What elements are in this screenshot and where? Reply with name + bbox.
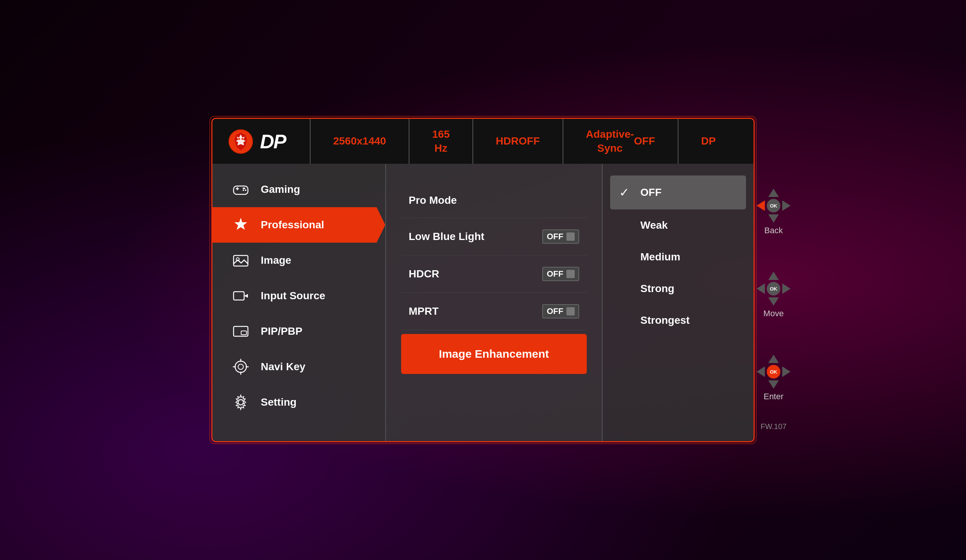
- low-blue-light-label: Low Blue Light: [409, 231, 485, 243]
- dpad-center-back[interactable]: OK: [767, 199, 780, 212]
- dpad-down-move[interactable]: [768, 297, 779, 305]
- hdcr-item[interactable]: HDCR OFF: [401, 256, 587, 293]
- image-enhancement-button[interactable]: Image Enhancement: [401, 334, 587, 374]
- enter-control-group: OK Enter: [757, 355, 790, 402]
- header-bar: DP 2560x1440 165 Hz HDR OFF Adaptive-Syn…: [212, 119, 754, 164]
- image-icon: [231, 251, 250, 270]
- dpad-left-move[interactable]: [757, 283, 765, 294]
- option-off[interactable]: ✓ OFF: [610, 176, 746, 209]
- msi-dragon-icon: [228, 128, 254, 155]
- option-medium-label: Medium: [640, 251, 680, 263]
- msi-logo-text: DP: [260, 130, 286, 153]
- pro-mode-label: Pro Mode: [409, 194, 457, 207]
- option-off-label: OFF: [640, 186, 662, 199]
- input-source-icon: [231, 286, 250, 305]
- option-weak-label: Weak: [640, 219, 668, 231]
- image-enhancement-label: Image Enhancement: [439, 348, 549, 360]
- move-dpad: OK: [757, 272, 790, 305]
- svg-point-1: [238, 138, 240, 140]
- dpad-right-move[interactable]: [782, 283, 790, 294]
- sidebar-item-navi-key[interactable]: Navi Key: [212, 349, 385, 384]
- enter-dpad: OK: [757, 355, 790, 389]
- dpad-down-back[interactable]: [768, 214, 779, 223]
- navi-key-label: Navi Key: [261, 361, 305, 373]
- header-info: 2560x1440 165 Hz HDR OFF Adaptive-Sync O…: [310, 119, 738, 164]
- svg-point-8: [245, 189, 246, 191]
- dpad-up-move[interactable]: [768, 272, 779, 280]
- firmware-version: FW.107: [761, 422, 787, 431]
- svg-point-10: [244, 187, 245, 189]
- dpad-left-enter[interactable]: [757, 366, 765, 377]
- move-control-group: OK Move: [757, 272, 790, 319]
- option-strongest[interactable]: Strongest: [610, 304, 746, 336]
- hdcr-toggle-value: OFF: [547, 269, 564, 279]
- pro-mode-item[interactable]: Pro Mode: [401, 183, 587, 218]
- hdr-stat: HDR OFF: [473, 119, 564, 164]
- resolution-stat: 2560x1440: [310, 119, 409, 164]
- sidebar: Gaming Professional Im: [212, 164, 386, 441]
- sidebar-item-setting[interactable]: Setting: [212, 384, 385, 420]
- dpad-left-back[interactable]: [757, 200, 765, 211]
- hdcr-toggle[interactable]: OFF: [542, 267, 579, 281]
- svg-point-2: [242, 138, 243, 140]
- gaming-icon: [231, 180, 250, 199]
- input-source-label: Input Source: [261, 290, 325, 302]
- mprt-toggle[interactable]: OFF: [542, 304, 579, 319]
- dpad-up-enter[interactable]: [768, 355, 779, 363]
- svg-rect-14: [233, 292, 244, 300]
- controls-column: OK Back OK Move OK Enter FW.107: [743, 118, 804, 442]
- dpad-up-back[interactable]: [768, 189, 779, 197]
- right-panel: ✓ OFF Weak Medium Strong Strongest: [603, 164, 754, 441]
- sidebar-item-input-source[interactable]: Input Source: [212, 278, 385, 314]
- adaptive-sync-stat: Adaptive-Sync OFF: [564, 119, 679, 164]
- back-label: Back: [764, 226, 783, 235]
- mprt-toggle-value: OFF: [547, 306, 564, 316]
- low-blue-light-item[interactable]: Low Blue Light OFF: [401, 218, 587, 256]
- sidebar-item-image[interactable]: Image: [212, 243, 385, 278]
- low-blue-light-toggle[interactable]: OFF: [542, 230, 579, 244]
- pip-pbp-icon: [231, 322, 250, 341]
- option-medium[interactable]: Medium: [610, 241, 746, 273]
- svg-rect-18: [238, 364, 243, 370]
- dpad-right-back[interactable]: [782, 200, 790, 211]
- middle-panel: Pro Mode Low Blue Light OFF HDCR OFF MPR…: [386, 164, 603, 441]
- low-blue-light-toggle-value: OFF: [547, 232, 564, 241]
- image-label: Image: [261, 255, 291, 266]
- dpad-center-enter[interactable]: OK: [767, 365, 780, 378]
- setting-icon: [231, 393, 250, 412]
- svg-point-9: [243, 189, 244, 191]
- move-label: Move: [763, 309, 784, 319]
- input-stat: DP: [678, 119, 738, 164]
- svg-point-23: [238, 400, 243, 405]
- navi-key-icon: [231, 357, 250, 376]
- gaming-label: Gaming: [261, 183, 300, 195]
- hdr-label: HDR: [496, 134, 519, 148]
- hdr-status: OFF: [519, 134, 540, 148]
- mprt-label: MPRT: [409, 305, 439, 317]
- sidebar-item-gaming[interactable]: Gaming: [212, 172, 385, 207]
- professional-label: Professional: [261, 219, 324, 231]
- sidebar-item-pip-pbp[interactable]: PIP/PBP: [212, 314, 385, 349]
- svg-rect-12: [233, 256, 248, 266]
- sidebar-item-professional[interactable]: Professional: [212, 207, 385, 243]
- svg-rect-16: [241, 331, 246, 335]
- toggle-indicator: [567, 232, 575, 241]
- toggle-indicator-hdcr: [567, 270, 575, 278]
- option-strong-label: Strong: [640, 282, 674, 295]
- adaptive-sync-label: Adaptive-Sync: [586, 128, 634, 155]
- back-control-group: OK Back: [757, 189, 790, 235]
- adaptive-sync-status: OFF: [634, 134, 655, 148]
- dpad-right-enter[interactable]: [782, 366, 790, 377]
- dpad-down-enter[interactable]: [768, 380, 779, 389]
- option-weak[interactable]: Weak: [610, 209, 746, 241]
- professional-icon: [231, 215, 250, 234]
- main-content: Gaming Professional Im: [212, 164, 754, 441]
- option-strong[interactable]: Strong: [610, 273, 746, 304]
- logo-section: DP: [228, 119, 310, 164]
- dpad-center-move[interactable]: OK: [767, 282, 780, 296]
- svg-rect-17: [235, 361, 246, 373]
- option-strongest-label: Strongest: [640, 314, 690, 327]
- toggle-indicator-mprt: [567, 307, 575, 315]
- mprt-item[interactable]: MPRT OFF: [401, 293, 587, 330]
- enter-label: Enter: [764, 392, 784, 402]
